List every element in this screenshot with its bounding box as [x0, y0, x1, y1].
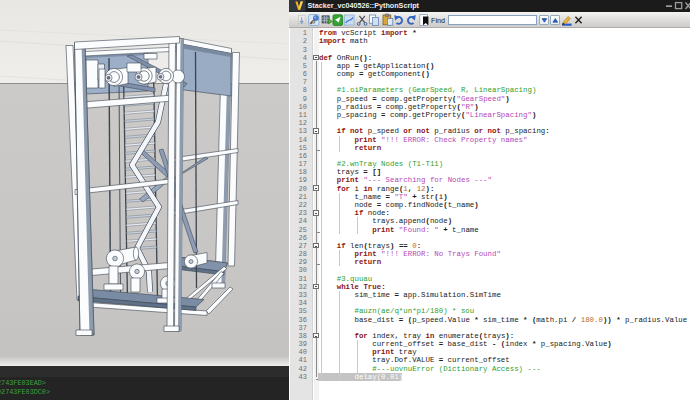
svg-text:2743FE03EAD>: 2743FE03EAD> — [0, 379, 46, 387]
svg-text:02743FE03DC0>: 02743FE03DC0> — [0, 388, 50, 396]
